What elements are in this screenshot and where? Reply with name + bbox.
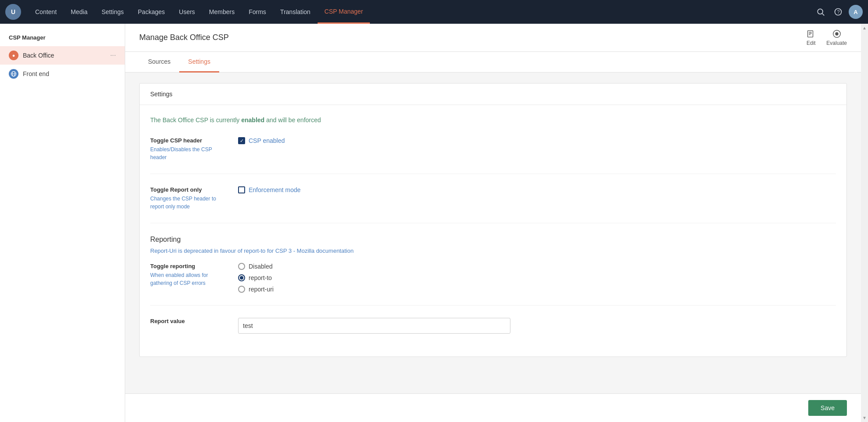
content-area: Settings The Back Office CSP is currentl… xyxy=(125,73,861,393)
sidebar-title: CSP Manager xyxy=(0,31,125,46)
radio-disabled-wrapper[interactable]: Disabled xyxy=(238,263,274,270)
sidebar-item-label-back-office: Back Office xyxy=(23,52,110,59)
radio-report-to-label: report-to xyxy=(249,274,272,281)
reporting-link[interactable]: Report-Uri is deprecated in favour of re… xyxy=(150,247,354,254)
settings-card-body: The Back Office CSP is currently enabled… xyxy=(140,105,846,357)
evaluate-button[interactable]: Evaluate xyxy=(826,29,847,46)
svg-point-0 xyxy=(817,9,823,14)
app-logo[interactable]: U xyxy=(5,4,21,20)
scroll-down-arrow[interactable]: ▼ xyxy=(861,415,868,421)
radio-report-uri-label: report-uri xyxy=(249,286,274,293)
save-bar: Save xyxy=(125,393,861,422)
radio-report-uri[interactable] xyxy=(238,286,245,293)
svg-point-12 xyxy=(835,32,838,35)
edit-icon xyxy=(806,29,816,39)
toggle-csp-label: Toggle CSP header xyxy=(150,137,228,144)
enforcement-mode-label: Enforcement mode xyxy=(249,186,300,193)
enforcement-mode-checkbox-wrapper[interactable]: Enforcement mode xyxy=(238,186,300,193)
toggle-csp-label-col: Toggle CSP header Enables/Disables the C… xyxy=(150,137,238,161)
toggle-csp-header-row: Toggle CSP header Enables/Disables the C… xyxy=(150,137,836,174)
toggle-csp-desc: Enables/Disables the CSP header xyxy=(150,146,228,161)
save-button[interactable]: Save xyxy=(808,400,847,416)
report-value-row: Report value xyxy=(150,318,836,346)
front-end-icon xyxy=(9,69,18,79)
toggle-report-only-row: Toggle Report only Changes the CSP heade… xyxy=(150,186,836,223)
enforcement-mode-checkbox[interactable] xyxy=(238,186,245,193)
nav-media[interactable]: Media xyxy=(64,0,94,24)
radio-report-to-wrapper[interactable]: report-to xyxy=(238,274,274,281)
nav-translation[interactable]: Translation xyxy=(273,0,318,24)
tab-settings[interactable]: Settings xyxy=(179,52,219,73)
toggle-report-control: Enforcement mode xyxy=(238,186,300,211)
tab-sources[interactable]: Sources xyxy=(139,52,179,73)
toggle-report-label: Toggle Report only xyxy=(150,186,228,193)
toggle-csp-control: CSP enabled xyxy=(238,137,285,161)
nav-packages[interactable]: Packages xyxy=(131,0,172,24)
tabs-bar: Sources Settings xyxy=(125,52,861,73)
toggle-report-label-col: Toggle Report only Changes the CSP heade… xyxy=(150,186,238,211)
report-value-label-col: Report value xyxy=(150,318,238,334)
sidebar: CSP Manager ● Back Office ··· Front end xyxy=(0,24,125,422)
sidebar-item-front-end[interactable]: Front end xyxy=(0,65,125,83)
nav-items: Content Media Settings Packages Users Me… xyxy=(28,0,814,24)
settings-card: Settings The Back Office CSP is currentl… xyxy=(139,83,847,357)
back-office-icon: ● xyxy=(9,51,18,60)
more-options-icon[interactable]: ··· xyxy=(110,51,116,59)
toggle-report-desc: Changes the CSP header to report only mo… xyxy=(150,195,228,211)
status-prefix: The Back Office CSP is currently xyxy=(150,116,241,124)
svg-line-1 xyxy=(822,14,825,16)
toggle-reporting-desc: When enabled allows for gathering of CSP… xyxy=(150,271,228,287)
nav-right-actions: ? A xyxy=(814,5,863,19)
radio-disabled-label: Disabled xyxy=(249,263,272,270)
user-avatar[interactable]: A xyxy=(849,5,863,19)
help-icon: ? xyxy=(834,7,843,16)
search-icon xyxy=(816,7,825,16)
radio-report-to[interactable] xyxy=(238,274,245,281)
nav-settings[interactable]: Settings xyxy=(94,0,131,24)
scroll-up-arrow[interactable]: ▲ xyxy=(861,25,868,31)
nav-forms[interactable]: Forms xyxy=(242,0,273,24)
toggle-reporting-label-col: Toggle reporting When enabled allows for… xyxy=(150,263,238,293)
status-suffix: and will be enforced xyxy=(264,116,321,124)
search-button[interactable] xyxy=(814,5,828,19)
report-value-control xyxy=(238,318,510,334)
reporting-title: Reporting xyxy=(150,236,836,244)
csp-enabled-checkbox-wrapper[interactable]: CSP enabled xyxy=(238,137,285,144)
main-content: Manage Back Office CSP Edit Evaluate xyxy=(125,24,861,422)
sidebar-item-back-office[interactable]: ● Back Office ··· xyxy=(0,46,125,65)
status-message: The Back Office CSP is currently enabled… xyxy=(150,116,836,125)
settings-card-header: Settings xyxy=(140,84,846,105)
help-button[interactable]: ? xyxy=(831,5,845,19)
report-value-label: Report value xyxy=(150,318,228,324)
evaluate-label: Evaluate xyxy=(826,40,847,46)
nav-users[interactable]: Users xyxy=(172,0,202,24)
toggle-reporting-label: Toggle reporting xyxy=(150,263,228,269)
nav-content[interactable]: Content xyxy=(28,0,64,24)
right-scrollbar: ▲ ▼ xyxy=(861,24,868,422)
evaluate-icon xyxy=(832,29,842,39)
csp-enabled-label: CSP enabled xyxy=(249,137,285,144)
reporting-section: Reporting Report-Uri is deprecated in fa… xyxy=(150,236,836,254)
nav-csp-manager[interactable]: CSP Manager xyxy=(318,0,370,24)
radio-report-uri-wrapper[interactable]: report-uri xyxy=(238,286,274,293)
radio-disabled[interactable] xyxy=(238,263,245,270)
reporting-radio-group: Disabled report-to report-uri xyxy=(238,263,274,293)
top-navigation: U Content Media Settings Packages Users … xyxy=(0,0,868,24)
toggle-reporting-row: Toggle reporting When enabled allows for… xyxy=(150,263,836,306)
svg-text:?: ? xyxy=(837,9,840,15)
page-header: Manage Back Office CSP Edit Evaluate xyxy=(125,24,861,52)
svg-rect-7 xyxy=(808,31,813,37)
page-title: Manage Back Office CSP xyxy=(139,33,229,42)
main-layout: CSP Manager ● Back Office ··· Front end … xyxy=(0,24,868,422)
sidebar-item-label-front-end: Front end xyxy=(23,70,116,77)
edit-button[interactable]: Edit xyxy=(806,29,816,46)
csp-enabled-checkbox[interactable] xyxy=(238,137,245,144)
nav-members[interactable]: Members xyxy=(202,0,242,24)
status-bold: enabled xyxy=(241,116,264,124)
edit-label: Edit xyxy=(807,40,816,46)
report-value-input[interactable] xyxy=(238,318,510,334)
header-actions: Edit Evaluate xyxy=(806,29,847,46)
toggle-reporting-control: Disabled report-to report-uri xyxy=(238,263,274,293)
